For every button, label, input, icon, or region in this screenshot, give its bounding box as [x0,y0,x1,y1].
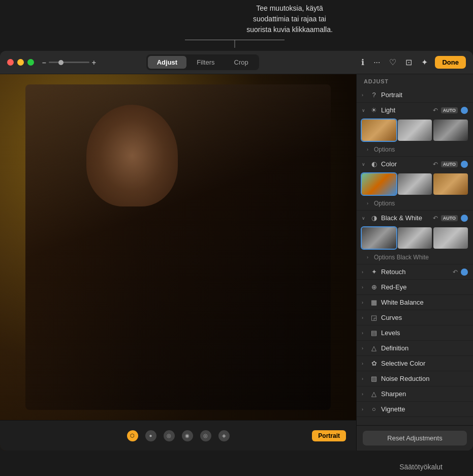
titlebar-right: ℹ ··· ♡ ⊡ ✦ Done [359,55,466,69]
panel-scroll[interactable]: › ? Portrait ∨ ☀ Light ↶ AUTO [357,87,473,425]
red-eye-icon: ⊕ [370,283,378,291]
light-options[interactable]: › Options [357,144,473,156]
color-options[interactable]: › Options [357,198,473,210]
light-icon: ☀ [370,106,378,114]
view-tabs: Adjust Filters Crop [146,54,259,70]
adjust-row-color[interactable]: ∨ ◐ Color ↶ AUTO [357,157,473,171]
color-auto-badge[interactable]: AUTO [441,161,458,167]
retouch-label: Retouch [381,268,450,276]
adjust-row-black-white[interactable]: ∨ ◑ Black & White ↶ AUTO [357,211,473,225]
black-white-toggle[interactable] [461,215,468,222]
bw-options-label: Options Black White [374,254,429,261]
black-white-auto-badge[interactable]: AUTO [441,215,458,221]
tab-adjust[interactable]: Adjust [148,56,186,69]
adjust-item-definition: › △ Definition [357,341,473,356]
adjust-row-curves[interactable]: › ◲ Curves [357,310,473,325]
view-icon-1[interactable]: ⬡ [127,430,138,441]
vignette-icon: ○ [370,405,378,413]
light-thumb-2[interactable] [398,120,432,141]
zoom-slider[interactable] [49,62,89,63]
light-thumb-3[interactable] [433,120,468,141]
adjust-row-vignette[interactable]: › ○ Vignette [357,402,473,416]
adjust-item-red-eye: › ⊕ Red-Eye [357,280,473,295]
levels-label: Levels [381,329,468,337]
reset-btn-area: Reset Adjustments [357,425,473,451]
levels-icon: ▤ [370,329,378,337]
retouch-toggle[interactable] [461,269,468,276]
curves-label: Curves [381,314,468,321]
zoom-minus-icon[interactable]: – [42,58,46,67]
bw-thumb-2[interactable] [398,227,432,249]
light-auto-badge[interactable]: AUTO [441,107,458,113]
white-balance-icon: ▦ [370,299,378,306]
chevron-sharpen: › [362,392,367,397]
light-toggle[interactable] [461,107,468,114]
black-white-reset-icon[interactable]: ↶ [433,215,438,222]
light-options-chevron: › [367,147,372,152]
chevron-portrait: › [362,93,367,98]
adjust-row-white-balance[interactable]: › ▦ White Balance [357,295,473,310]
noise-reduction-label: Noise Reduction [381,375,468,382]
view-icon-2[interactable]: ● [145,430,156,441]
color-toggle[interactable] [461,161,468,168]
retouch-icon: ✦ [370,268,378,276]
adjust-row-light[interactable]: ∨ ☀ Light ↶ AUTO [357,103,473,117]
black-white-label: Black & White [381,214,430,222]
chevron-curves: › [362,315,367,320]
chevron-color: ∨ [362,162,367,167]
adjust-row-selective-color[interactable]: › ✿ Selective Color [357,356,473,371]
adjust-item-light: ∨ ☀ Light ↶ AUTO › Options [357,103,473,157]
tooltip-area: Tee muutoksia, käytäsuodattimia tai raja… [0,0,473,56]
adjust-row-noise-reduction[interactable]: › ▨ Noise Reduction [357,371,473,386]
adjust-item-curves: › ◲ Curves [357,310,473,325]
color-options-chevron: › [367,201,372,206]
fullscreen-button[interactable] [27,59,34,66]
retouch-reset-icon[interactable]: ↶ [453,269,458,276]
adjust-item-color: ∨ ◐ Color ↶ AUTO › Options [357,157,473,211]
color-thumb-1[interactable] [362,173,396,195]
color-thumb-2[interactable] [398,173,432,195]
black-white-options[interactable]: › Options Black White [357,252,473,264]
view-icon-5[interactable]: ◎ [200,430,211,441]
bottom-label: Säätötyökalut [399,463,443,471]
share-icon[interactable]: ⊡ [403,55,414,69]
view-icon-4[interactable]: ◉ [182,430,193,441]
tab-filters[interactable]: Filters [187,56,224,69]
portrait-badge[interactable]: Portrait [312,430,346,441]
color-thumbnails [357,171,473,198]
adjust-row-portrait[interactable]: › ? Portrait [357,87,473,102]
view-icon-3[interactable]: ◎ [164,430,175,441]
tab-crop[interactable]: Crop [225,56,258,69]
bw-thumb-1[interactable] [362,227,396,249]
chevron-black-white: ∨ [362,216,367,221]
adjust-row-definition[interactable]: › △ Definition [357,341,473,355]
adjust-item-vignette: › ○ Vignette [357,402,473,417]
info-icon[interactable]: ℹ [359,55,366,69]
adjust-row-red-eye[interactable]: › ⊕ Red-Eye [357,280,473,294]
reset-adjustments-button[interactable]: Reset Adjustments [363,431,467,445]
portrait-icon: ? [370,91,378,99]
main-window: – + Adjust Filters Crop ℹ ··· ♡ ⊡ ✦ Done [0,51,473,451]
zoom-slider-area: – + [42,58,96,67]
more-icon[interactable]: ··· [371,56,382,69]
sharpen-icon: △ [370,390,378,398]
chevron-retouch: › [362,270,367,275]
light-thumb-1[interactable] [362,120,396,141]
noise-reduction-icon: ▨ [370,375,378,382]
heart-icon[interactable]: ♡ [387,55,398,69]
done-button[interactable]: Done [435,56,466,69]
light-reset-icon[interactable]: ↶ [433,107,438,114]
black-white-thumbnails [357,225,473,252]
adjust-row-levels[interactable]: › ▤ Levels [357,325,473,340]
minimize-button[interactable] [17,59,24,66]
view-icon-6[interactable]: ◈ [218,430,230,441]
close-button[interactable] [7,59,14,66]
zoom-plus-icon[interactable]: + [92,58,96,67]
magic-icon[interactable]: ✦ [419,55,430,69]
adjust-row-sharpen[interactable]: › △ Sharpen [357,386,473,401]
adjust-row-retouch[interactable]: › ✦ Retouch ↶ [357,264,473,279]
definition-icon: △ [370,344,378,352]
color-thumb-3[interactable] [433,173,468,195]
color-reset-icon[interactable]: ↶ [433,161,438,168]
bw-thumb-3[interactable] [433,227,468,249]
